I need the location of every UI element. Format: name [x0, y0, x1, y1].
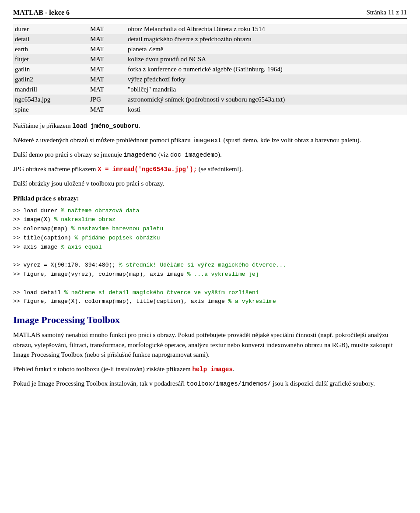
table-cell-name: earth: [13, 44, 88, 54]
code-cmd: >> load detail: [13, 289, 64, 296]
page-number: Stránka 11 z 11: [366, 9, 407, 16]
paragraph-4: JPG obrázek načteme příkazem X = imread(…: [13, 164, 407, 174]
mat-files-table: durer MAT obraz Melancholia od Albrechta…: [13, 24, 407, 115]
table-cell-type: JPG: [88, 95, 126, 105]
paragraph-5: Další obrázky jsou uložené v toolboxu pr…: [13, 179, 407, 189]
table-cell-desc: obraz Melancholia od Albrechta Dürera z …: [126, 24, 407, 34]
table-cell-name: spine: [13, 105, 88, 115]
code-comment: % přidáme popisek obrázku: [74, 235, 160, 241]
table-cell-desc: výřez předchozí fotky: [126, 74, 407, 84]
code-cmd: >> axis image: [13, 244, 61, 250]
table-row: earth MAT planeta Země: [13, 44, 407, 54]
load-command-inline: load jméno_souboru: [72, 123, 138, 130]
doc-imagedemo-code: doc imagedemo: [170, 151, 218, 158]
table-row: spine MAT kosti: [13, 105, 407, 115]
code-cmd: >> vyrez = X(90:170, 394:480);: [13, 262, 119, 268]
table-cell-name: detail: [13, 34, 88, 44]
table-cell-name: gatlin2: [13, 74, 88, 84]
code-comment: % načteme si detail magického čtverce ve…: [64, 289, 259, 296]
table-cell-desc: planeta Země: [126, 44, 407, 54]
table-cell-type: MAT: [88, 64, 126, 74]
code-comment: % ...a vykreslíme jej: [187, 271, 259, 278]
section-para2: Přehled funkcí z tohoto toolboxu (je-li …: [13, 364, 407, 374]
code-cmd: >> figure, image(vyrez), colormap(map), …: [13, 271, 187, 278]
toolbox-path-code: toolbox/images/imdemos/: [186, 380, 271, 387]
table-cell-name: mandrill: [13, 84, 88, 95]
section-heading: Image Processing Toolbox: [13, 314, 407, 326]
code-comment: % nakreslíme obraz: [54, 216, 116, 223]
code-cmd: >> image(X): [13, 216, 54, 223]
page-title: MATLAB - lekce 6: [13, 9, 70, 17]
code-line: >> figure, image(X), colormap(map), titl…: [13, 297, 407, 306]
code-line: >> vyrez = X(90:170, 394:480); % střední…: [13, 261, 407, 270]
table-cell-desc: fotka z konference o numerické algebře (…: [126, 64, 407, 74]
table-row: gatlin2 MAT výřez předchozí fotky: [13, 74, 407, 84]
code-comment: % nastavíme barevnou paletu: [71, 225, 164, 232]
code-line: >> load durer % načteme obrazová data: [13, 207, 407, 216]
code-line: >> image(X) % nakreslíme obraz: [13, 215, 407, 225]
imagedemo-code: imagedemo: [123, 151, 157, 158]
table-cell-desc: "obličej" mandrila: [126, 84, 407, 95]
code-line: >> colormap(map) % nastavíme barevnou pa…: [13, 225, 407, 234]
code-line-empty: [13, 279, 407, 288]
table-cell-desc: kolize dvou proudů od NCSA: [126, 54, 407, 64]
code-comment: % středník! Uděláme si výřez magického č…: [119, 262, 286, 268]
code-line: >> load detail % načteme si detail magic…: [13, 288, 407, 298]
paragraph-1: Načítáme je příkazem load jméno_souboru.: [13, 121, 407, 131]
code-line: >> axis image % axis equal: [13, 243, 407, 252]
section-para1: MATLAB samotný nenabízí mnoho funkcí pro…: [13, 330, 407, 360]
imread-code: X = imread('ngc6543a.jpg');: [98, 166, 197, 173]
table-cell-type: MAT: [88, 84, 126, 95]
code-line: >> figure, image(vyrez), colormap(map), …: [13, 270, 407, 279]
paragraph-2: Některé z uvedených obrazů si můžete pro…: [13, 135, 407, 145]
code-cmd: >> load durer: [13, 207, 61, 214]
table-row: gatlin MAT fotka z konference o numerick…: [13, 64, 407, 74]
code-cmd: >> figure, image(X), colormap(map), titl…: [13, 298, 228, 305]
section-para3: Pokud je Image Processing Toolbox instal…: [13, 379, 407, 389]
table-cell-type: MAT: [88, 54, 126, 64]
table-cell-type: MAT: [88, 105, 126, 115]
table-row: detail MAT detail magického čtverce z př…: [13, 34, 407, 44]
code-line-empty: [13, 252, 407, 261]
table-cell-desc: detail magického čtverce z předchozího o…: [126, 34, 407, 44]
imageext-code: imageext: [192, 137, 221, 144]
paragraph-3: Další demo pro práci s obrazy se jmenuje…: [13, 150, 407, 160]
table-row: mandrill MAT "obličej" mandrila: [13, 84, 407, 95]
example-heading: Příklad práce s obrazy:: [13, 195, 407, 202]
table-cell-name: durer: [13, 24, 88, 34]
code-cmd: >> colormap(map): [13, 225, 71, 232]
code-comment: % a vykreslíme: [228, 298, 276, 305]
table-cell-name: flujet: [13, 54, 88, 64]
table-cell-desc: astronomický snímek (podrobnosti v soubo…: [126, 95, 407, 105]
table-cell-name: gatlin: [13, 64, 88, 74]
code-line: >> title(caption) % přidáme popisek obrá…: [13, 234, 407, 243]
table-cell-desc: kosti: [126, 105, 407, 115]
table-row: durer MAT obraz Melancholia od Albrechta…: [13, 24, 407, 34]
page-header: MATLAB - lekce 6 Stránka 11 z 11: [13, 9, 407, 19]
code-comment: % axis equal: [61, 244, 102, 250]
code-comment: % načteme obrazová data: [61, 207, 139, 214]
table-row: ngc6543a.jpg JPG astronomický snímek (po…: [13, 95, 407, 105]
table-cell-type: MAT: [88, 34, 126, 44]
table-row: flujet MAT kolize dvou proudů od NCSA: [13, 54, 407, 64]
code-block: >> load durer % načteme obrazová data>> …: [13, 207, 407, 307]
table-cell-type: MAT: [88, 44, 126, 54]
help-images-code: help images: [192, 366, 232, 373]
table-cell-type: MAT: [88, 24, 126, 34]
table-cell-type: MAT: [88, 74, 126, 84]
table-cell-name: ngc6543a.jpg: [13, 95, 88, 105]
code-cmd: >> title(caption): [13, 235, 74, 241]
